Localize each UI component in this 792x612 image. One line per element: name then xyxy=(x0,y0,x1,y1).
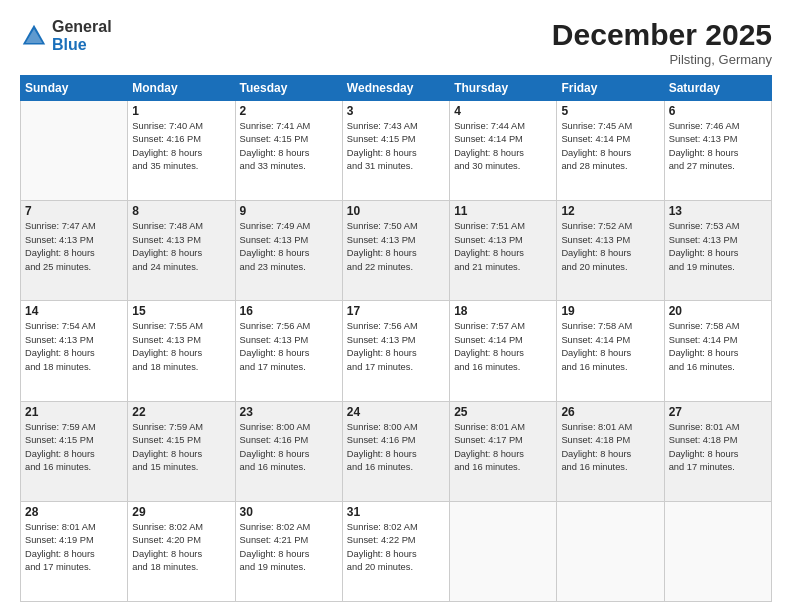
calendar-cell: 20Sunrise: 7:58 AMSunset: 4:14 PMDayligh… xyxy=(664,301,771,401)
cell-info: Sunrise: 7:56 AMSunset: 4:13 PMDaylight:… xyxy=(240,320,338,374)
logo-text: General Blue xyxy=(52,18,112,53)
weekday-header-saturday: Saturday xyxy=(664,76,771,101)
calendar-cell: 30Sunrise: 8:02 AMSunset: 4:21 PMDayligh… xyxy=(235,501,342,601)
cell-info: Sunrise: 7:47 AMSunset: 4:13 PMDaylight:… xyxy=(25,220,123,274)
day-number: 8 xyxy=(132,204,230,218)
cell-info: Sunrise: 7:46 AMSunset: 4:13 PMDaylight:… xyxy=(669,120,767,174)
logo: General Blue xyxy=(20,18,112,53)
calendar-cell: 29Sunrise: 8:02 AMSunset: 4:20 PMDayligh… xyxy=(128,501,235,601)
calendar-cell: 15Sunrise: 7:55 AMSunset: 4:13 PMDayligh… xyxy=(128,301,235,401)
cell-info: Sunrise: 7:56 AMSunset: 4:13 PMDaylight:… xyxy=(347,320,445,374)
day-number: 30 xyxy=(240,505,338,519)
weekday-header-tuesday: Tuesday xyxy=(235,76,342,101)
cell-info: Sunrise: 7:43 AMSunset: 4:15 PMDaylight:… xyxy=(347,120,445,174)
cell-info: Sunrise: 7:41 AMSunset: 4:15 PMDaylight:… xyxy=(240,120,338,174)
calendar-cell: 23Sunrise: 8:00 AMSunset: 4:16 PMDayligh… xyxy=(235,401,342,501)
calendar-cell: 26Sunrise: 8:01 AMSunset: 4:18 PMDayligh… xyxy=(557,401,664,501)
day-number: 12 xyxy=(561,204,659,218)
day-number: 9 xyxy=(240,204,338,218)
day-number: 3 xyxy=(347,104,445,118)
cell-info: Sunrise: 8:00 AMSunset: 4:16 PMDaylight:… xyxy=(347,421,445,475)
cell-info: Sunrise: 8:01 AMSunset: 4:18 PMDaylight:… xyxy=(561,421,659,475)
cell-info: Sunrise: 8:02 AMSunset: 4:22 PMDaylight:… xyxy=(347,521,445,575)
calendar-row-4: 28Sunrise: 8:01 AMSunset: 4:19 PMDayligh… xyxy=(21,501,772,601)
cell-info: Sunrise: 7:52 AMSunset: 4:13 PMDaylight:… xyxy=(561,220,659,274)
header: General Blue December 2025 Pilsting, Ger… xyxy=(20,18,772,67)
day-number: 26 xyxy=(561,405,659,419)
calendar-cell: 4Sunrise: 7:44 AMSunset: 4:14 PMDaylight… xyxy=(450,101,557,201)
calendar-cell: 31Sunrise: 8:02 AMSunset: 4:22 PMDayligh… xyxy=(342,501,449,601)
calendar-cell: 8Sunrise: 7:48 AMSunset: 4:13 PMDaylight… xyxy=(128,201,235,301)
day-number: 27 xyxy=(669,405,767,419)
calendar-cell: 25Sunrise: 8:01 AMSunset: 4:17 PMDayligh… xyxy=(450,401,557,501)
title-block: December 2025 Pilsting, Germany xyxy=(552,18,772,67)
calendar-cell: 2Sunrise: 7:41 AMSunset: 4:15 PMDaylight… xyxy=(235,101,342,201)
cell-info: Sunrise: 7:54 AMSunset: 4:13 PMDaylight:… xyxy=(25,320,123,374)
weekday-header-friday: Friday xyxy=(557,76,664,101)
cell-info: Sunrise: 7:58 AMSunset: 4:14 PMDaylight:… xyxy=(669,320,767,374)
cell-info: Sunrise: 8:01 AMSunset: 4:18 PMDaylight:… xyxy=(669,421,767,475)
logo-blue: Blue xyxy=(52,36,112,54)
weekday-header-row: SundayMondayTuesdayWednesdayThursdayFrid… xyxy=(21,76,772,101)
calendar-cell xyxy=(664,501,771,601)
cell-info: Sunrise: 8:02 AMSunset: 4:21 PMDaylight:… xyxy=(240,521,338,575)
calendar-row-2: 14Sunrise: 7:54 AMSunset: 4:13 PMDayligh… xyxy=(21,301,772,401)
calendar-cell: 17Sunrise: 7:56 AMSunset: 4:13 PMDayligh… xyxy=(342,301,449,401)
cell-info: Sunrise: 8:01 AMSunset: 4:19 PMDaylight:… xyxy=(25,521,123,575)
cell-info: Sunrise: 7:48 AMSunset: 4:13 PMDaylight:… xyxy=(132,220,230,274)
day-number: 15 xyxy=(132,304,230,318)
page: General Blue December 2025 Pilsting, Ger… xyxy=(0,0,792,612)
day-number: 25 xyxy=(454,405,552,419)
calendar-cell: 7Sunrise: 7:47 AMSunset: 4:13 PMDaylight… xyxy=(21,201,128,301)
cell-info: Sunrise: 8:00 AMSunset: 4:16 PMDaylight:… xyxy=(240,421,338,475)
cell-info: Sunrise: 7:50 AMSunset: 4:13 PMDaylight:… xyxy=(347,220,445,274)
calendar-cell: 6Sunrise: 7:46 AMSunset: 4:13 PMDaylight… xyxy=(664,101,771,201)
day-number: 7 xyxy=(25,204,123,218)
day-number: 1 xyxy=(132,104,230,118)
calendar-cell: 11Sunrise: 7:51 AMSunset: 4:13 PMDayligh… xyxy=(450,201,557,301)
cell-info: Sunrise: 8:01 AMSunset: 4:17 PMDaylight:… xyxy=(454,421,552,475)
calendar-table: SundayMondayTuesdayWednesdayThursdayFrid… xyxy=(20,75,772,602)
day-number: 17 xyxy=(347,304,445,318)
month-year: December 2025 xyxy=(552,18,772,52)
day-number: 5 xyxy=(561,104,659,118)
day-number: 14 xyxy=(25,304,123,318)
weekday-header-monday: Monday xyxy=(128,76,235,101)
day-number: 10 xyxy=(347,204,445,218)
cell-info: Sunrise: 7:55 AMSunset: 4:13 PMDaylight:… xyxy=(132,320,230,374)
day-number: 24 xyxy=(347,405,445,419)
cell-info: Sunrise: 7:58 AMSunset: 4:14 PMDaylight:… xyxy=(561,320,659,374)
cell-info: Sunrise: 7:59 AMSunset: 4:15 PMDaylight:… xyxy=(25,421,123,475)
weekday-header-thursday: Thursday xyxy=(450,76,557,101)
cell-info: Sunrise: 8:02 AMSunset: 4:20 PMDaylight:… xyxy=(132,521,230,575)
calendar-cell xyxy=(21,101,128,201)
location: Pilsting, Germany xyxy=(552,52,772,67)
calendar-cell: 16Sunrise: 7:56 AMSunset: 4:13 PMDayligh… xyxy=(235,301,342,401)
logo-icon xyxy=(20,22,48,50)
calendar-cell xyxy=(450,501,557,601)
cell-info: Sunrise: 7:51 AMSunset: 4:13 PMDaylight:… xyxy=(454,220,552,274)
day-number: 28 xyxy=(25,505,123,519)
calendar-cell: 21Sunrise: 7:59 AMSunset: 4:15 PMDayligh… xyxy=(21,401,128,501)
weekday-header-wednesday: Wednesday xyxy=(342,76,449,101)
calendar-cell: 9Sunrise: 7:49 AMSunset: 4:13 PMDaylight… xyxy=(235,201,342,301)
day-number: 4 xyxy=(454,104,552,118)
day-number: 31 xyxy=(347,505,445,519)
calendar-row-0: 1Sunrise: 7:40 AMSunset: 4:16 PMDaylight… xyxy=(21,101,772,201)
cell-info: Sunrise: 7:49 AMSunset: 4:13 PMDaylight:… xyxy=(240,220,338,274)
day-number: 18 xyxy=(454,304,552,318)
calendar-cell: 10Sunrise: 7:50 AMSunset: 4:13 PMDayligh… xyxy=(342,201,449,301)
calendar-cell xyxy=(557,501,664,601)
day-number: 2 xyxy=(240,104,338,118)
calendar-cell: 13Sunrise: 7:53 AMSunset: 4:13 PMDayligh… xyxy=(664,201,771,301)
calendar-cell: 5Sunrise: 7:45 AMSunset: 4:14 PMDaylight… xyxy=(557,101,664,201)
day-number: 11 xyxy=(454,204,552,218)
calendar-cell: 28Sunrise: 8:01 AMSunset: 4:19 PMDayligh… xyxy=(21,501,128,601)
cell-info: Sunrise: 7:59 AMSunset: 4:15 PMDaylight:… xyxy=(132,421,230,475)
day-number: 6 xyxy=(669,104,767,118)
calendar-cell: 22Sunrise: 7:59 AMSunset: 4:15 PMDayligh… xyxy=(128,401,235,501)
day-number: 23 xyxy=(240,405,338,419)
calendar-cell: 14Sunrise: 7:54 AMSunset: 4:13 PMDayligh… xyxy=(21,301,128,401)
weekday-header-sunday: Sunday xyxy=(21,76,128,101)
day-number: 22 xyxy=(132,405,230,419)
